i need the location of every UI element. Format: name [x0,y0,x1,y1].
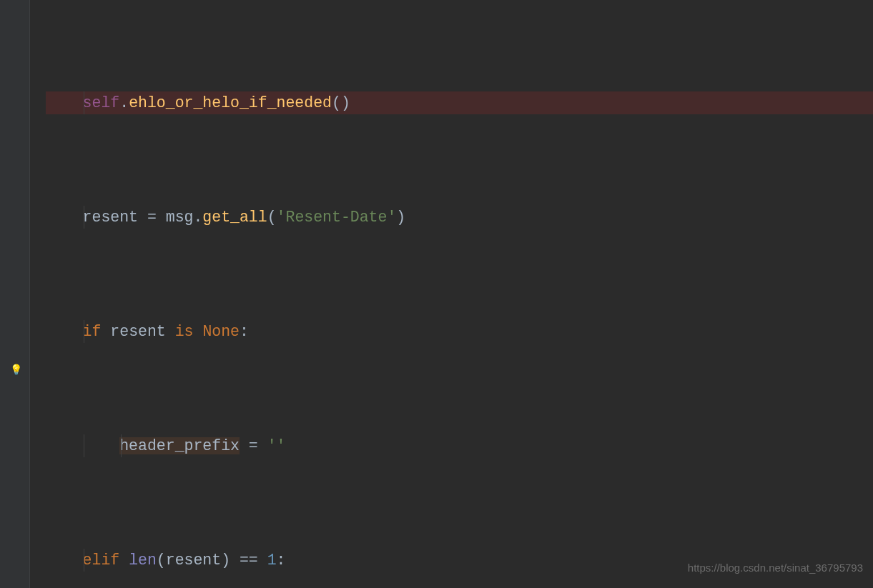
code-line[interactable]: resent = msg.get_all('Resent-Date') [46,206,873,229]
watermark: https://blog.csdn.net/sinat_36795793 [688,557,863,579]
kw-elif: elif [83,552,129,569]
number-token: 1 [267,552,277,569]
editor-gutter: 💡 [0,0,30,588]
kw-if: if [83,323,111,340]
code-area[interactable]: self.ehlo_or_helo_if_needed() resent = m… [30,0,873,588]
intention-bulb-icon[interactable]: 💡 [10,359,22,382]
string-token: '' [267,437,286,454]
var-token: header_prefix [119,437,240,454]
fn-token: ehlo_or_helo_if_needed [129,94,332,111]
builtin-len: len [129,552,157,569]
paren-token: () [332,94,350,111]
code-line[interactable]: self.ehlo_or_helo_if_needed() [46,91,873,114]
colon: : [277,552,286,569]
none-token: None [202,323,240,340]
paren-open: ( [267,209,277,226]
text: (resent) == [157,552,267,569]
string-token: 'Resent-Date' [277,209,397,226]
text: resent = msg. [83,209,203,226]
code-line[interactable]: if resent is None: [46,320,873,343]
self-token: self [83,94,120,111]
kw-is: is [175,323,203,340]
colon: : [240,323,249,340]
text: resent [110,323,174,340]
text: = [240,437,267,454]
dot-token: . [119,94,129,111]
paren-close: ) [396,209,405,226]
fn-token: get_all [202,209,267,226]
code-line[interactable]: header_prefix = '' [46,434,873,457]
